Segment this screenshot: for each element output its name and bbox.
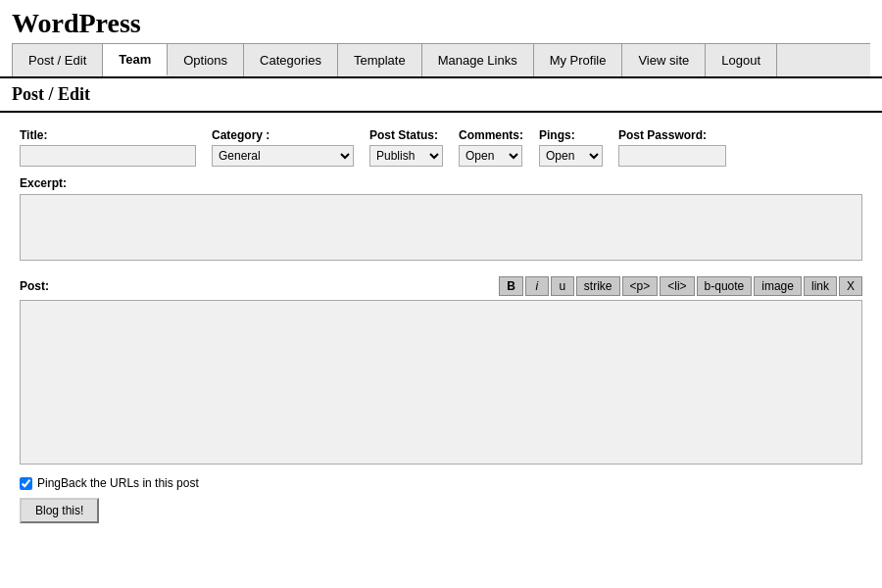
page-title: Post / Edit (0, 78, 882, 113)
nav-item-manage-links[interactable]: Manage Links (422, 44, 534, 76)
category-label: Category : (212, 128, 354, 142)
toolbar-bold[interactable]: B (499, 276, 523, 296)
nav-item-logout[interactable]: Logout (706, 44, 777, 76)
post-label: Post: (20, 279, 49, 293)
nav-item-team[interactable]: Team (103, 44, 168, 76)
toolbar-li[interactable]: <li> (660, 276, 694, 296)
post-toolbar: B i u strike <p> <li> b-quote image link… (499, 276, 862, 296)
pingback-label: PingBack the URLs in this post (37, 476, 199, 490)
comments-select[interactable]: Open Closed (459, 145, 522, 167)
toolbar-italic[interactable]: i (525, 276, 549, 296)
nav-item-options[interactable]: Options (168, 44, 244, 76)
title-group: Title: (20, 128, 196, 167)
excerpt-label: Excerpt: (20, 176, 862, 190)
post-status-group: Post Status: Publish Draft Private (369, 128, 443, 167)
site-title: WordPress (12, 8, 870, 39)
excerpt-textarea[interactable] (20, 194, 862, 261)
header: WordPress Post / Edit Team Options Categ… (0, 0, 882, 78)
toolbar-strike[interactable]: strike (576, 276, 620, 296)
nav-bar: Post / Edit Team Options Categories Temp… (12, 43, 870, 76)
comments-group: Comments: Open Closed (459, 128, 523, 167)
title-label: Title: (20, 128, 196, 142)
toolbar-bquote[interactable]: b-quote (697, 276, 753, 296)
page-title-text: Post / Edit (12, 84, 90, 104)
nav-item-my-profile[interactable]: My Profile (534, 44, 623, 76)
pingback-checkbox[interactable] (20, 477, 32, 490)
nav-item-categories[interactable]: Categories (244, 44, 338, 76)
nav-item-template[interactable]: Template (338, 44, 422, 76)
main-content: Title: Category : General Uncategorized … (0, 113, 882, 539)
title-input[interactable] (20, 145, 196, 167)
post-header: Post: B i u strike <p> <li> b-quote imag… (20, 276, 862, 296)
pings-label: Pings: (539, 128, 603, 142)
comments-label: Comments: (459, 128, 523, 142)
pingback-row: PingBack the URLs in this post (20, 476, 862, 490)
post-textarea[interactable] (20, 300, 862, 465)
excerpt-group: Excerpt: (20, 176, 862, 265)
nav-item-post-edit[interactable]: Post / Edit (13, 44, 103, 76)
nav-item-view-site[interactable]: View site (622, 44, 706, 76)
post-password-group: Post Password: (618, 128, 726, 167)
toolbar-link[interactable]: link (804, 276, 837, 296)
post-password-input[interactable] (618, 145, 726, 167)
toolbar-close[interactable]: X (839, 276, 862, 296)
category-select[interactable]: General Uncategorized (212, 145, 354, 167)
category-group: Category : General Uncategorized (212, 128, 354, 167)
post-password-label: Post Password: (618, 128, 726, 142)
blog-this-button[interactable]: Blog this! (20, 498, 99, 523)
post-status-label: Post Status: (369, 128, 443, 142)
form-row-1: Title: Category : General Uncategorized … (20, 128, 862, 167)
toolbar-p[interactable]: <p> (622, 276, 659, 296)
post-status-select[interactable]: Publish Draft Private (369, 145, 443, 167)
pings-select[interactable]: Open Closed (539, 145, 603, 167)
toolbar-image[interactable]: image (754, 276, 802, 296)
toolbar-underline[interactable]: u (551, 276, 574, 296)
pings-group: Pings: Open Closed (539, 128, 603, 167)
